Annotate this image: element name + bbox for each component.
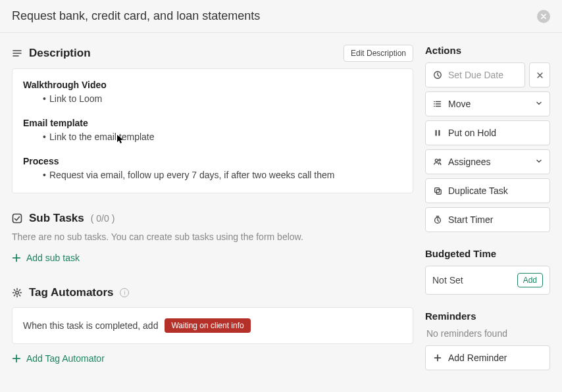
plus-icon <box>12 253 21 262</box>
desc-heading: Process <box>23 156 59 166</box>
subtasks-count: ( 0/0 ) <box>91 213 115 224</box>
chevron-down-icon <box>535 99 543 109</box>
add-subtask-label: Add sub task <box>26 253 80 263</box>
info-icon[interactable]: i <box>120 288 129 297</box>
modal-title: Request bank, credit card, and loan stat… <box>12 9 260 23</box>
add-reminder-button[interactable]: Add Reminder <box>425 345 550 370</box>
close-button[interactable] <box>537 10 550 23</box>
desc-heading: Email template <box>23 118 88 128</box>
duplicate-task-button[interactable]: Duplicate Task <box>425 178 550 203</box>
budgeted-time-box: Not Set Add <box>425 266 550 295</box>
plus-icon <box>12 354 21 363</box>
svg-rect-8 <box>436 189 441 194</box>
move-button[interactable]: Move <box>425 91 550 116</box>
set-due-date-button[interactable]: Set Due Date <box>425 62 525 87</box>
svg-rect-4 <box>438 130 440 136</box>
subtasks-empty: There are no sub tasks. You can create s… <box>12 232 413 242</box>
start-timer-button[interactable]: Start Timer <box>425 207 550 232</box>
automator-rule: When this task is completed, add Waiting… <box>12 307 413 344</box>
svg-rect-7 <box>435 188 440 193</box>
start-timer-label: Start Timer <box>448 214 543 225</box>
add-reminder-label: Add Reminder <box>448 353 543 363</box>
tag-automators-header: Tag Automators i <box>12 286 413 299</box>
desc-bullet: Link to Loom <box>23 92 402 106</box>
reminders-empty: No reminders found <box>425 328 550 339</box>
chevron-down-icon <box>535 157 543 167</box>
gear-icon <box>12 287 22 298</box>
desc-bullet: Request via email, follow up every 7 day… <box>23 168 402 182</box>
people-icon <box>432 157 443 167</box>
svg-rect-3 <box>436 130 437 136</box>
add-tag-automator-label: Add Tag Automator <box>26 353 105 364</box>
modal-header: Request bank, credit card, and loan stat… <box>0 0 562 33</box>
pause-icon <box>432 128 443 138</box>
plus-icon <box>432 353 443 363</box>
automator-text: When this task is completed, add <box>23 320 158 331</box>
svg-point-5 <box>435 159 438 162</box>
checkbox-icon <box>12 213 22 224</box>
duplicate-label: Duplicate Task <box>448 185 543 196</box>
put-on-hold-button[interactable]: Put on Hold <box>425 120 550 145</box>
timer-icon <box>432 214 443 225</box>
svg-point-6 <box>439 159 441 161</box>
add-subtask-button[interactable]: Add sub task <box>12 253 80 263</box>
clock-icon <box>432 70 443 80</box>
subtasks-header: Sub Tasks ( 0/0 ) <box>12 212 413 225</box>
svg-rect-0 <box>13 214 22 223</box>
desc-heading: Walkthrough Video <box>23 80 107 90</box>
edit-description-button[interactable]: Edit Description <box>344 45 413 62</box>
move-label: Move <box>448 99 530 109</box>
tag-chip: Waiting on client info <box>165 318 250 333</box>
subtasks-title: Sub Tasks <box>29 212 84 225</box>
list-icon <box>432 99 443 109</box>
add-tag-automator-button[interactable]: Add Tag Automator <box>12 353 105 364</box>
description-content: Walkthrough Video Link to Loom Email tem… <box>12 68 413 193</box>
desc-bullet: Link to the email template <box>23 130 402 144</box>
tag-automators-title: Tag Automators <box>29 286 113 299</box>
reminders-title: Reminders <box>425 310 550 322</box>
assignees-label: Assignees <box>448 157 530 167</box>
actions-title: Actions <box>425 45 550 56</box>
budgeted-time-value: Not Set <box>432 275 463 285</box>
budgeted-time-add-button[interactable]: Add <box>517 273 543 287</box>
description-header: Description Edit Description <box>12 45 413 62</box>
set-due-date-label: Set Due Date <box>448 70 518 80</box>
budgeted-time-title: Budgeted Time <box>425 248 550 259</box>
put-on-hold-label: Put on Hold <box>448 128 543 138</box>
copy-icon <box>432 185 443 196</box>
clear-due-date-button[interactable] <box>529 62 550 87</box>
svg-point-1 <box>16 291 18 294</box>
description-title: Description <box>29 47 91 60</box>
assignees-button[interactable]: Assignees <box>425 149 550 174</box>
description-icon <box>12 48 22 59</box>
